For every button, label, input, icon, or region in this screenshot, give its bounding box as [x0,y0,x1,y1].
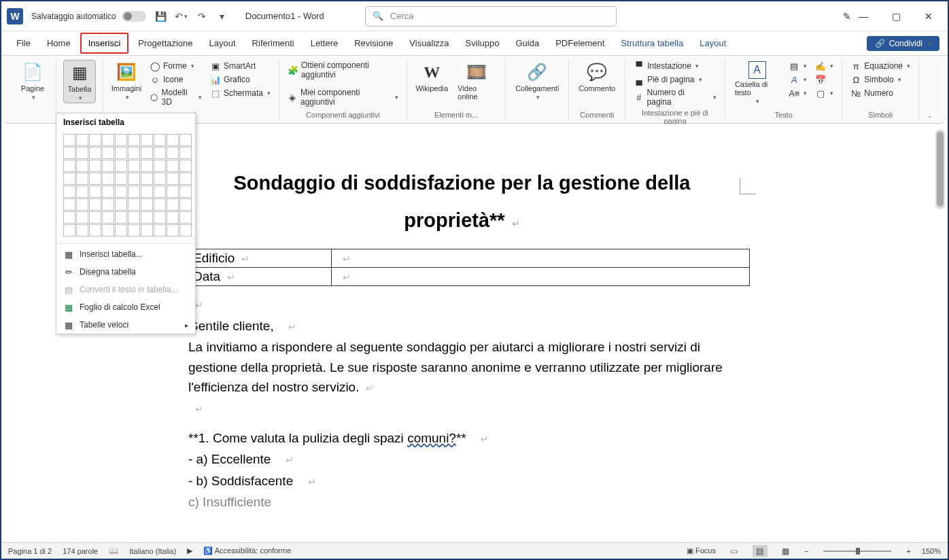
excel-sheet-item[interactable]: ▦Foglio di calcolo Excel [56,298,195,316]
tab-help[interactable]: Guida [508,34,546,52]
table-cell[interactable]: ↵ [332,249,750,268]
pagenum-button[interactable]: #Numero di pagina▾ [632,87,718,107]
status-language[interactable]: Italiano (Italia) [129,547,176,555]
wordart-button[interactable]: A▾ [787,73,808,86]
view-read-button[interactable]: ▭ [727,545,742,557]
number-button[interactable]: №Numero [849,87,912,99]
tab-layout[interactable]: Layout [203,34,243,52]
symbol-icon: Ω [850,74,861,85]
object-button[interactable]: ▢▾ [814,87,835,99]
focus-mode[interactable]: ▣ Focus [687,546,716,555]
status-macro-icon[interactable]: ▶ [187,546,192,555]
comment-button[interactable]: 💬 Commento [576,60,618,94]
chevron-down-icon: ⌄ [927,112,933,119]
chart-button[interactable]: 📊Grafico [209,73,272,86]
textbox-button[interactable]: A Casella di testo ▾ [732,60,782,106]
zoom-level[interactable]: 150% [922,547,941,555]
status-words[interactable]: 174 parole [63,547,98,555]
pagenum-icon: # [634,92,644,103]
tab-table-design[interactable]: Struttura tabella [614,34,690,52]
autosave-toggle[interactable] [122,11,146,22]
paragraph-intro[interactable]: La invitiamo a rispondere al seguente so… [188,337,736,397]
smartart-button[interactable]: ▣SmartArt [209,60,272,72]
zoom-slider[interactable] [823,550,891,552]
get-addins-button[interactable]: 🧩Ottieni componenti aggiuntivi [286,60,400,80]
signature-button[interactable]: ✍▾ [814,60,835,72]
autosave-label: Salvataggio automatico [31,12,116,21]
shapes-button[interactable]: ◯Forme▾ [148,60,203,72]
titlebar: W Salvataggio automatico 💾 ↶▾ ↷ ▾ Docume… [1,1,948,31]
table-cell[interactable]: Data↵ [189,268,332,286]
pages-button[interactable]: 📄 Pagine ▾ [16,60,49,102]
view-print-button[interactable]: ▤ [753,545,767,557]
ribbon-collapse[interactable]: ⌄ [919,58,939,120]
close-button[interactable]: ✕ [920,8,937,24]
zoom-out-button[interactable]: − [804,547,808,555]
tab-design[interactable]: Progettazione [131,34,199,52]
minimize-button[interactable]: — [855,8,872,24]
symbol-button[interactable]: ΩSimbolo▾ [849,73,912,86]
table-cell[interactable]: Edificio↵ [189,249,332,268]
convert-text-item: ▤Converti il testo in tabella... [56,281,195,298]
tab-insert[interactable]: Inserisci [80,33,129,54]
search-box[interactable]: 🔍 Cerca [365,6,617,27]
tab-pdfelement[interactable]: PDFelement [549,34,611,52]
table-grid-selector[interactable] [56,131,195,242]
convert-icon: ▤ [63,284,74,295]
quickparts-button[interactable]: ▤▾ [787,60,808,72]
header-button[interactable]: ▀Intestazione▾ [632,60,718,72]
datetime-button[interactable]: 📅 [814,73,835,86]
maximize-button[interactable]: ▢ [888,8,904,24]
quick-tables-item[interactable]: ▦Tabelle veloci▸ [56,316,195,334]
group-comments-label: Commenti [576,109,618,119]
vertical-scrollbar[interactable] [935,129,945,209]
footer-button[interactable]: ▄Piè di pagina▾ [632,73,718,86]
table-cell[interactable]: ↵ [332,268,750,286]
links-button[interactable]: 🔗 Collegamenti ▾ [513,60,562,102]
status-accessibility[interactable]: ♿ Accessibilità: conforme [203,546,291,555]
icons-button[interactable]: ☺Icone [148,73,203,86]
scrollbar-thumb[interactable] [937,132,944,207]
question-1[interactable]: **1. Come valuta la pulizia degli spazi … [188,428,736,448]
dropdown-title: Inserisci tabella [56,113,195,131]
tab-view[interactable]: Visualizza [402,34,455,52]
view-web-button[interactable]: ▦ [778,545,793,557]
table-button[interactable]: ▦ Tabella ▾ [63,60,96,103]
tab-review[interactable]: Revisione [347,34,400,52]
paragraph[interactable]: ↵ [188,294,736,314]
save-button[interactable]: 💾 [154,10,168,23]
tab-references[interactable]: Riferimenti [245,34,301,52]
screenshot-button[interactable]: ⬚Schermata▾ [209,87,272,99]
tab-file[interactable]: File [10,34,37,52]
equation-button[interactable]: πEquazione▾ [849,60,912,72]
tab-home[interactable]: Home [40,34,77,52]
quick-access-toolbar: 💾 ↶▾ ↷ ▾ [154,10,229,23]
paragraph-greeting[interactable]: Gentile cliente, ↵ [188,316,736,336]
answer-a[interactable]: - a) Eccellente ↵ [188,449,736,469]
status-proofing-icon[interactable]: 📖 [109,546,118,555]
wikipedia-button[interactable]: W Wikipedia [414,60,449,94]
status-page[interactable]: Pagina 1 di 2 [8,547,52,555]
footer-icon: ▄ [634,74,644,85]
tab-mailings[interactable]: Lettere [304,34,345,52]
dropcap-button[interactable]: A≡▾ [787,87,808,99]
share-button[interactable]: 🔗 Condividi ▾ [867,36,939,51]
table-row: Edificio↵↵ [189,249,750,268]
qat-customize[interactable]: ▾ [215,10,229,23]
pen-mode-icon[interactable]: ✎ [839,8,855,24]
tab-table-layout[interactable]: Layout [693,34,733,52]
video-button[interactable]: 🎞️ Video online [455,60,498,102]
tab-developer[interactable]: Sviluppo [459,34,506,52]
paragraph[interactable]: ↵ [188,398,736,418]
my-addins-button[interactable]: ◈Miei componenti aggiuntivi▾ [286,87,400,107]
undo-button[interactable]: ↶▾ [175,10,188,23]
images-button[interactable]: 🖼️ Immagini ▾ [110,60,143,102]
answer-b[interactable]: - b) Soddisfacente ↵ [188,471,736,491]
insert-table-item[interactable]: ▦Inserisci tabella... [56,245,195,263]
draw-table-item[interactable]: ✏Disegna tabella [56,263,195,281]
document-table[interactable]: Edificio↵↵ Data↵↵ [188,249,750,286]
answer-c[interactable]: c) Insufficiente [188,492,736,512]
redo-button[interactable]: ↷ [195,10,209,23]
3dmodels-button[interactable]: ⬡Modelli 3D▾ [148,87,203,107]
zoom-in-button[interactable]: + [906,547,910,555]
